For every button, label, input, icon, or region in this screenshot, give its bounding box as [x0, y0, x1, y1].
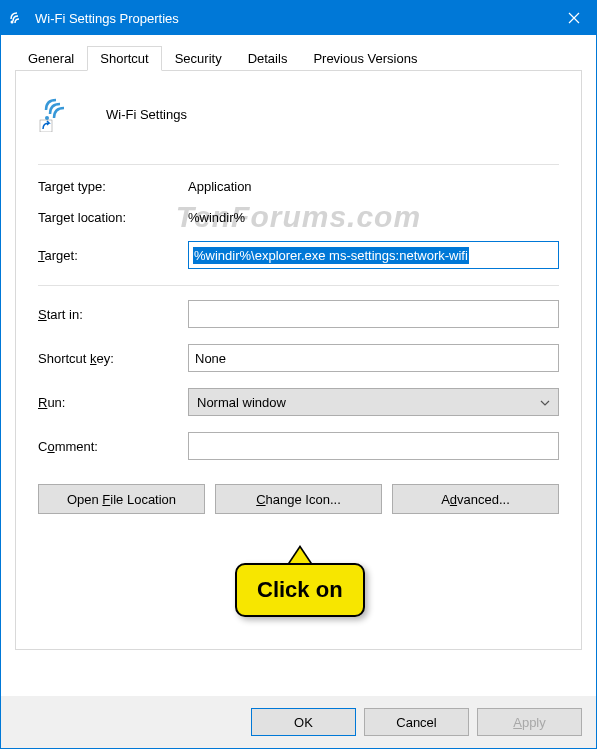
- comment-row: Comment:: [38, 432, 559, 460]
- shortcut-name-label: Wi-Fi Settings: [106, 107, 187, 122]
- apply-button[interactable]: Apply: [477, 708, 582, 736]
- startin-row: Start in:: [38, 300, 559, 328]
- tab-security[interactable]: Security: [162, 46, 235, 70]
- tab-general[interactable]: General: [15, 46, 87, 70]
- target-row: Target: %windir%\explorer.exe ms-setting…: [38, 241, 559, 269]
- change-icon-button[interactable]: Change Icon...: [215, 484, 382, 514]
- run-label: Run:: [38, 395, 188, 410]
- startin-label: Start in:: [38, 307, 188, 322]
- separator: [38, 285, 559, 286]
- tab-previous-versions[interactable]: Previous Versions: [300, 46, 430, 70]
- callout-balloon: Click on: [235, 545, 365, 617]
- ok-button[interactable]: OK: [251, 708, 356, 736]
- target-location-value: %windir%: [188, 210, 559, 225]
- shortcutkey-row: Shortcut key:: [38, 344, 559, 372]
- tab-strip: General Shortcut Security Details Previo…: [15, 46, 582, 71]
- titlebar: Wi-Fi Settings Properties: [1, 1, 596, 35]
- shortcutkey-label: Shortcut key:: [38, 351, 188, 366]
- run-row: Run: Normal window: [38, 388, 559, 416]
- startin-input[interactable]: [188, 300, 559, 328]
- shortcut-file-icon: [38, 92, 88, 136]
- target-label: Target:: [38, 248, 188, 263]
- close-button[interactable]: [551, 1, 596, 35]
- run-select[interactable]: Normal window: [188, 388, 559, 416]
- target-location-label: Target location:: [38, 210, 188, 225]
- properties-window: Wi-Fi Settings Properties General Shortc…: [0, 0, 597, 749]
- target-type-label: Target type:: [38, 179, 188, 194]
- balloon-tail: [288, 545, 312, 563]
- wifi-icon: [9, 7, 27, 29]
- svg-point-1: [45, 116, 49, 120]
- shortcut-header: Wi-Fi Settings: [38, 92, 559, 136]
- dialog-footer: OK Cancel Apply: [1, 696, 596, 748]
- tab-details[interactable]: Details: [235, 46, 301, 70]
- shortcutkey-input[interactable]: [188, 344, 559, 372]
- tab-shortcut[interactable]: Shortcut: [87, 46, 161, 71]
- callout-text: Click on: [235, 563, 365, 617]
- target-type-row: Target type: Application: [38, 179, 559, 194]
- svg-point-0: [11, 21, 14, 24]
- target-input[interactable]: %windir%\explorer.exe ms-settings:networ…: [188, 241, 559, 269]
- svg-rect-2: [40, 120, 52, 132]
- advanced-button[interactable]: Advanced...: [392, 484, 559, 514]
- window-title: Wi-Fi Settings Properties: [35, 11, 551, 26]
- run-select-value: Normal window: [197, 395, 286, 410]
- open-file-location-button[interactable]: Open File Location: [38, 484, 205, 514]
- comment-input[interactable]: [188, 432, 559, 460]
- button-row: Open File Location Change Icon... Advanc…: [38, 484, 559, 514]
- cancel-button[interactable]: Cancel: [364, 708, 469, 736]
- comment-label: Comment:: [38, 439, 188, 454]
- target-input-value: %windir%\explorer.exe ms-settings:networ…: [193, 247, 469, 264]
- separator: [38, 164, 559, 165]
- chevron-down-icon: [540, 397, 550, 408]
- target-type-value: Application: [188, 179, 559, 194]
- target-location-row: Target location: %windir%: [38, 210, 559, 225]
